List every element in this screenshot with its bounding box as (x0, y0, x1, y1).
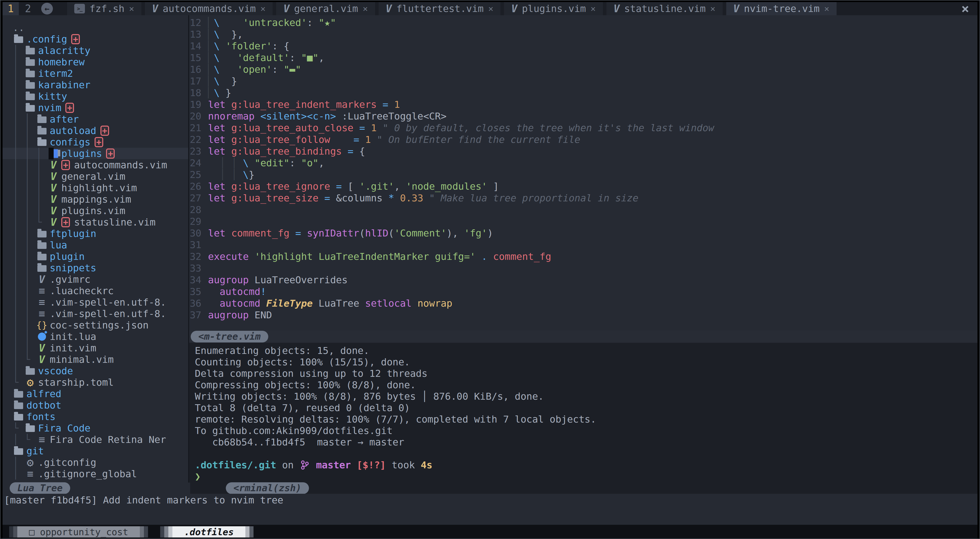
code-line[interactable]: 29 (189, 216, 977, 227)
tab-close-icon[interactable]: × (590, 3, 595, 14)
code-token: \ (243, 169, 249, 180)
tree-row[interactable]: │ │ snippets (3, 262, 188, 273)
tree-row[interactable]: │ │ ≡.vim-spell-en.utf-8. (3, 308, 188, 320)
code-line[interactable]: 37augroup END (189, 309, 977, 321)
code-line[interactable]: 26let g:lua_tree_ignore = [ '.git', 'nod… (189, 181, 977, 192)
tree-row[interactable]: │ │ │ Vplugins.vim (3, 205, 188, 216)
tab-close-icon[interactable]: × (363, 3, 368, 14)
tab-close-icon[interactable]: × (710, 3, 715, 14)
tree-row[interactable]: alfred (3, 388, 188, 399)
terminal-pane[interactable]: Enumerating objects: 15, done.Counting o… (189, 343, 977, 483)
tab-close-icon[interactable]: × (260, 3, 266, 14)
code-line[interactable]: 32execute 'highlight LuaTreeIndentMarker… (189, 251, 977, 262)
tree-row[interactable]: │ iterm2 (3, 68, 188, 79)
window-close-icon[interactable]: × (953, 2, 977, 15)
code-line[interactable]: 20nnoremap <silent><c-n> :LuaTreeToggle<… (189, 110, 977, 122)
tree-row[interactable]: │ └ Vminimal.vim (3, 354, 188, 365)
tmux-window-number-2[interactable]: 2 (19, 2, 37, 15)
tree-row[interactable]: │ │ ≡.luacheckrc (3, 285, 188, 296)
tree-row[interactable]: │ │ │ V+autocommands.vim (3, 159, 188, 170)
code-line[interactable]: 19let g:lua_tree_indent_markers = 1 (189, 99, 977, 110)
tree-row[interactable]: │ │ V.gvimrc (3, 273, 188, 285)
code-line[interactable]: 12▏\ 'untracked': "★" (189, 17, 977, 29)
tab-statusline.vim[interactable]: Vstatusline.vim× (606, 2, 723, 15)
tab-autocommands.vim[interactable]: Vautocommands.vim× (145, 2, 273, 15)
tree-row[interactable]: │ │ {}coc-settings.json (3, 320, 188, 331)
tab-close-icon[interactable]: × (129, 3, 134, 14)
tree-row[interactable]: │ │ │ Vmappings.vim (3, 194, 188, 205)
tree-row[interactable]: │ │ init.lua (3, 331, 188, 342)
tab-close-icon[interactable]: × (488, 3, 493, 14)
code-line[interactable]: 17▏\ } (189, 75, 977, 87)
code-line[interactable]: 31 (189, 239, 977, 251)
tree-row[interactable]: │ ⚙.gitconfig (3, 456, 188, 468)
tree-row[interactable]: .. (3, 22, 188, 33)
code-line[interactable]: 33 (189, 262, 977, 274)
tab-general.vim[interactable]: Vgeneral.vim× (276, 2, 375, 15)
code-line[interactable]: 24 │ │ \ "edit": "o", (189, 157, 977, 169)
tree-row[interactable]: │ │ lua (3, 239, 188, 251)
tree-row[interactable]: │ │ after (3, 113, 188, 125)
tree-row[interactable]: │ vscode (3, 365, 188, 377)
code-line-text: ▏\ } (205, 87, 231, 99)
tmux-window-number-1[interactable]: 1 (3, 2, 19, 15)
tree-row[interactable]: fonts (3, 411, 188, 422)
tree-row[interactable]: └ Fira Code (3, 422, 188, 434)
tree-row[interactable]: │ nvim+ (3, 102, 188, 113)
tree-row[interactable]: .config+ (3, 33, 188, 45)
tree-row[interactable]: │ │ Vinit.vim (3, 342, 188, 354)
tree-row[interactable]: │ ≡.gitignore_global (3, 468, 188, 480)
tree-row[interactable]: │ │ │ plugins+ (3, 148, 188, 159)
tree-item-label: init.lua (50, 331, 96, 342)
tree-row[interactable]: git (3, 445, 188, 456)
code-line-text: ▏\ 'default': "■", (205, 52, 325, 63)
tree-row[interactable]: │ └ ≡Fira Code Retina Ner (3, 434, 188, 445)
tree-row[interactable]: │ kitty (3, 91, 188, 102)
code-line[interactable]: 34augroup LuaTreeOverrides (189, 274, 977, 286)
tree-row[interactable]: │ karabiner (3, 79, 188, 91)
tab-fzf.sh[interactable]: >_fzf.sh× (67, 2, 142, 15)
code-line[interactable]: 36 autocmd FileType LuaTree setlocal now… (189, 297, 977, 309)
vim-file-icon: V (48, 183, 59, 193)
tree-row[interactable]: │ │ plugin (3, 251, 188, 262)
tab-close-icon[interactable]: × (824, 3, 829, 14)
tree-row[interactable]: └ ⚙starship.toml (3, 377, 188, 388)
code-line[interactable]: 23let g:lua_tree_bindings = { (189, 145, 977, 157)
code-line[interactable]: 15▏\ 'default': "■", (189, 52, 977, 64)
code-token: 'fg' (464, 227, 487, 239)
tab-fluttertest.vim[interactable]: Vfluttertest.vim× (379, 2, 501, 15)
file-tree-panel[interactable]: ...config+│ alacritty│ homebrew│ iterm2│… (3, 15, 189, 483)
tree-row[interactable]: │ │ ≡.vim-spell-en.utf-8. (3, 296, 188, 308)
tree-row[interactable]: │ │ autoload+ (3, 125, 188, 136)
tab-plugins.vim[interactable]: Vplugins.vim× (504, 2, 603, 15)
tree-row[interactable]: │ │ │ Vhighlight.vim (3, 182, 188, 194)
tree-row[interactable]: │ │ │ Vgeneral.vim (3, 170, 188, 182)
tree-row[interactable]: │ │ ftplugin (3, 228, 188, 239)
code-line[interactable]: 13▏\ }, (189, 29, 977, 40)
tree-row[interactable]: │ │ └ V+statusline.vim (3, 216, 188, 228)
tree-item-label: iterm2 (38, 68, 73, 79)
code-line[interactable]: 35 autocmd! (189, 286, 977, 297)
code-line[interactable]: 30let comment_fg = synIDattr(hlID('Comme… (189, 227, 977, 239)
tree-row[interactable]: │ homebrew (3, 56, 188, 68)
tree-row[interactable]: │ alacritty (3, 45, 188, 56)
code-token: [ (348, 181, 359, 192)
settings-file-icon: ⚙ (24, 377, 36, 388)
back-circle-icon[interactable]: ← (41, 3, 53, 14)
code-line[interactable]: 21let g:lua_tree_auto_close = 1 " 0 by d… (189, 122, 977, 134)
tmux-window-active[interactable]: .dotfiles (160, 526, 253, 537)
code-line[interactable]: 14▏\ 'folder': { (189, 40, 977, 52)
code-token: master (316, 460, 357, 471)
code-line[interactable]: 28 (189, 204, 977, 216)
code-line[interactable]: 16▏\ 'open': "▬" (189, 64, 977, 75)
tree-row[interactable]: │ │ configs+ (3, 136, 188, 148)
tab-nvim-tree.vim[interactable]: Vnvim-tree.vim× (726, 2, 837, 15)
tree-row[interactable]: dotbot (3, 399, 188, 411)
folder-open-icon (24, 425, 36, 432)
tmux-window-inactive[interactable]: □ opportunity_cost (9, 526, 148, 537)
code-editor[interactable]: 12▏\ 'untracked': "★"13▏\ },14▏\ 'folder… (189, 15, 977, 331)
code-line[interactable]: 25 │ │ \} (189, 169, 977, 181)
code-line[interactable]: 18▏\ } (189, 87, 977, 99)
code-line[interactable]: 22let g:lua_tree_follow = 1 " On bufEnte… (189, 134, 977, 145)
code-line[interactable]: 27let g:lua_tree_size = &columns * 0.33 … (189, 192, 977, 204)
